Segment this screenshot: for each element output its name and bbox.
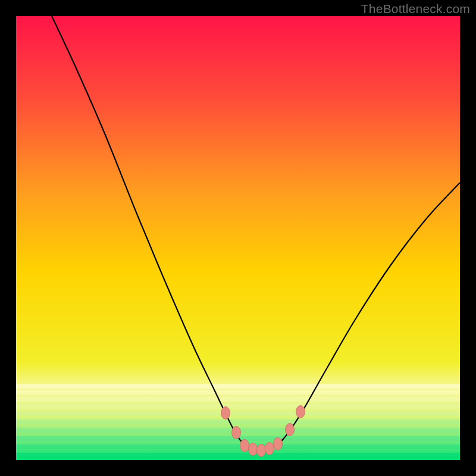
- marker-min: [257, 444, 266, 457]
- attribution-text: TheBottleneck.com: [361, 2, 470, 16]
- marker-left-upper: [221, 407, 230, 419]
- marker-left-lower: [232, 427, 241, 439]
- marker-right-lower: [286, 424, 295, 436]
- chart-panel: [16, 16, 460, 460]
- marker-flat-3: [265, 443, 274, 455]
- marker-flat-2: [249, 443, 258, 456]
- marker-group: [221, 406, 305, 457]
- curve-layer: [16, 16, 460, 460]
- marker-right-upper: [296, 406, 305, 418]
- marker-flat-4: [274, 438, 283, 450]
- marker-flat-1: [240, 440, 249, 452]
- bottleneck-curve: [52, 16, 460, 450]
